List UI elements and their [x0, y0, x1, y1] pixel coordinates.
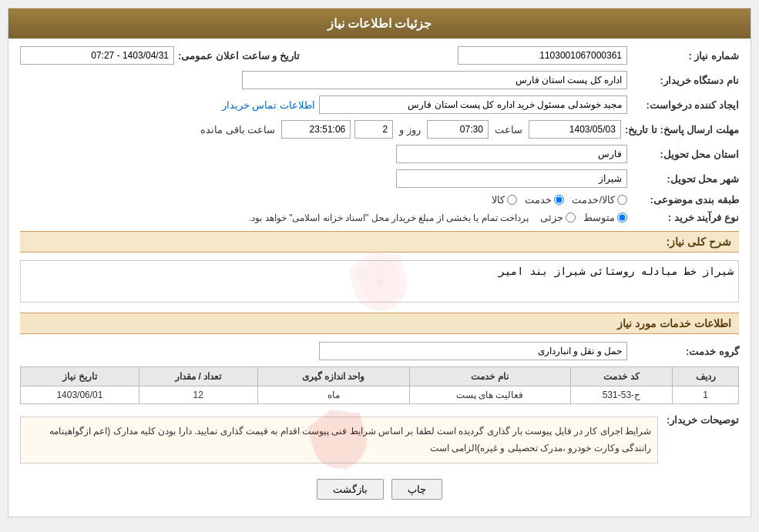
creator-row: ایجاد کننده درخواست: اطلاعات تماس خریدار: [20, 95, 739, 114]
category-radio-kala[interactable]: [507, 195, 517, 205]
contact-link[interactable]: اطلاعات تماس خریدار: [222, 99, 315, 111]
category-option-kala: کالا: [492, 194, 517, 206]
buyer-name-row: نام دستگاه خریدار:: [20, 71, 739, 89]
purchase-label-jozee: جزئی: [540, 212, 563, 223]
page-title: جزئیات اطلاعات نیاز: [327, 17, 432, 30]
services-table: ردیف کد خدمت نام خدمت واحد اندازه گیری ت…: [20, 366, 739, 404]
cell-row-num: 1: [673, 386, 739, 404]
description-section-header: شرح کلی نیاز:: [20, 231, 739, 253]
buyer-notes-row: توصیحات خریدار: شرایط اجرای کار در فایل …: [20, 410, 739, 470]
buyer-notes-content: شرایط اجرای کار در فایل پیوست بار گذاری …: [20, 417, 658, 463]
cell-quantity: 12: [139, 386, 257, 404]
purchase-radio-motavaset[interactable]: [617, 212, 627, 223]
table-row: 1 ح-53-531 فعالیت های پست ماه 12 1403/06…: [21, 386, 739, 404]
category-label-kala: کالا: [492, 194, 505, 206]
category-label: طبقه بندی موضوعی:: [631, 194, 739, 206]
category-label-khedmat: خدمت: [525, 194, 552, 206]
buyer-notes-label: توصیحات خریدار:: [662, 410, 739, 426]
deadline-row: مهلت ارسال پاسخ: تا تاریخ: ساعت روز و سا…: [20, 120, 739, 139]
category-radio-kala-khedmat[interactable]: [617, 195, 627, 205]
purchase-option-motavaset: متوسط: [583, 212, 627, 223]
request-number-row: شماره نیاز : تاریخ و ساعت اعلان عمومی:: [20, 46, 739, 65]
deadline-days-input[interactable]: [354, 120, 393, 139]
deadline-date-input[interactable]: [529, 120, 621, 139]
category-radio-group: کالا/خدمت خدمت کالا: [492, 194, 627, 206]
purchase-label-motavaset: متوسط: [583, 212, 615, 223]
cell-unit: ماه: [257, 386, 409, 404]
category-label-kala-khedmat: کالا/خدمت: [572, 194, 615, 206]
request-number-label: شماره نیاز :: [631, 50, 739, 62]
services-table-container: ردیف کد خدمت نام خدمت واحد اندازه گیری ت…: [20, 366, 739, 404]
city-input[interactable]: [396, 169, 627, 188]
province-input[interactable]: [396, 145, 627, 163]
service-group-label: گروه خدمت:: [631, 346, 739, 357]
city-row: شهر محل تحویل:: [20, 169, 739, 188]
buyer-notes-text: شرایط اجرای کار در فایل پیوست بار گذاری …: [49, 426, 651, 453]
service-group-input[interactable]: [319, 342, 627, 360]
province-row: استان محل تحویل:: [20, 145, 739, 163]
category-option-kala-khedmat: کالا/خدمت: [572, 194, 627, 206]
description-label: شرح کلی نیاز:: [667, 236, 731, 248]
deadline-label: مهلت ارسال پاسخ: تا تاریخ:: [625, 124, 739, 136]
category-row: طبقه بندی موضوعی: کالا/خدمت خدمت کالا: [20, 194, 739, 206]
services-section-header: اطلاعات خدمات مورد نیاز: [20, 313, 739, 334]
category-radio-khedmat[interactable]: [554, 195, 564, 205]
deadline-time-input[interactable]: [427, 120, 489, 139]
col-unit: واحد اندازه گیری: [257, 367, 409, 386]
services-section-label: اطلاعات خدمات مورد نیاز: [617, 317, 731, 330]
col-row-num: ردیف: [673, 367, 739, 386]
public-announce-input[interactable]: [20, 46, 174, 65]
days-label: روز و: [399, 124, 421, 136]
buyer-name-input[interactable]: [242, 71, 627, 89]
col-service-code: کد خدمت: [570, 367, 673, 386]
purchase-type-radio-group: متوسط جزئی: [540, 212, 627, 223]
purchase-type-label: نوع فرآیند خرید :: [631, 212, 739, 223]
purchase-type-row: نوع فرآیند خرید : متوسط جزئی پرداخت تمام…: [20, 212, 739, 223]
page-header: جزئیات اطلاعات نیاز: [8, 8, 751, 38]
purchase-option-jozee: جزئی: [540, 212, 576, 223]
service-group-row: گروه خدمت:: [20, 342, 739, 360]
back-button[interactable]: بازگشت: [317, 479, 384, 500]
col-service-name: نام خدمت: [409, 367, 570, 386]
purchase-radio-jozee[interactable]: [566, 212, 576, 223]
col-date: تاریخ نیاز: [21, 367, 139, 386]
button-row: چاپ بازگشت: [20, 479, 739, 500]
city-label: شهر محل تحویل:: [631, 173, 739, 185]
remaining-label: ساعت باقی مانده: [200, 124, 275, 136]
creator-label: ایجاد کننده درخواست:: [631, 99, 739, 111]
col-quantity: تعداد / مقدار: [139, 367, 257, 386]
creator-input[interactable]: [319, 95, 627, 114]
request-number-input[interactable]: [458, 46, 627, 65]
cell-date: 1403/06/01: [21, 386, 139, 404]
cell-service-name: فعالیت های پست: [409, 386, 570, 404]
buyer-name-label: نام دستگاه خریدار:: [631, 75, 739, 86]
cell-service-code: ح-53-531: [570, 386, 673, 404]
time-label: ساعت: [495, 124, 522, 136]
category-option-khedmat: خدمت: [525, 194, 564, 206]
description-section: شرح کلی نیاز: ★ شیراز خط مبادله روستائی …: [20, 231, 739, 305]
purchase-type-note: پرداخت تمام یا بخشی از مبلغ خریدار محل "…: [249, 212, 529, 223]
deadline-remaining-input[interactable]: [281, 120, 351, 139]
print-button[interactable]: چاپ: [391, 479, 442, 500]
province-label: استان محل تحویل:: [631, 149, 739, 160]
public-announce-label: تاریخ و ساعت اعلان عمومی:: [178, 50, 300, 62]
description-textarea[interactable]: شیراز خط مبادله روستائی شیراز بند امیر: [20, 260, 739, 303]
